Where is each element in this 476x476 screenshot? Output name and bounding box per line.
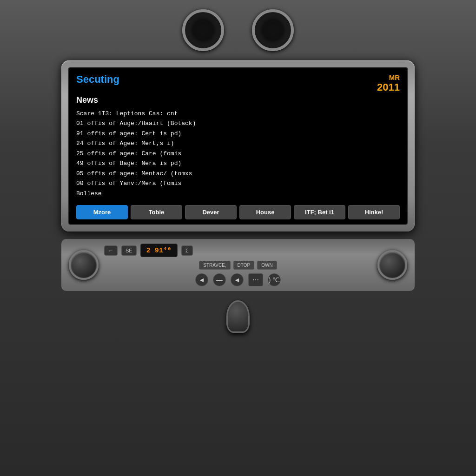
gear-area xyxy=(226,300,250,333)
content-line-8: Bollese xyxy=(76,189,400,198)
left-knob[interactable] xyxy=(69,250,99,280)
ctrl-nav-minus[interactable]: — xyxy=(213,273,226,286)
ctrl-display: 2 91⁴⁰ xyxy=(140,244,178,257)
vents-top xyxy=(182,9,294,51)
content-line-1: 01 offis of Auge:/Haairt (Botack) xyxy=(76,119,400,128)
controls-row: ← SE 2 91⁴⁰ Σ STRAVCE, DTOP OWN ◄ — ◄ ⋯ … xyxy=(61,239,415,291)
content-line-0: Scare 1T3: Leptions Cas: cnt xyxy=(76,109,400,119)
gear-knob xyxy=(226,300,250,333)
screen-subtitle: News xyxy=(76,95,400,105)
ctrl-nav-dots[interactable]: ⋯ xyxy=(248,273,263,286)
content-line-2: 91 offis of agee: Cert is pd) xyxy=(76,129,400,139)
ctrl-btn-se[interactable]: SE xyxy=(121,245,137,256)
screen-btn-hinke[interactable]: Hinke! xyxy=(348,205,400,219)
content-line-7: 00 offis of Yanv:/Mera (fomis xyxy=(76,178,400,188)
screen-btn-dever[interactable]: Dever xyxy=(185,205,237,219)
ctrl-nav-play[interactable]: ◄ xyxy=(231,273,244,286)
ctrl-label-dtop[interactable]: DTOP xyxy=(233,261,255,270)
screen-buttons: Mzore Toble Dever House ITF; Bet i1 Hink… xyxy=(76,205,400,219)
screen-title: Secuting xyxy=(76,73,119,86)
vent-left xyxy=(182,9,224,51)
screen-btn-toble[interactable]: Toble xyxy=(131,205,182,219)
ctrl-label-stravce[interactable]: STRAVCE, xyxy=(199,261,230,270)
main-unit: Secuting MR 2011 News Scare 1T3: Leption… xyxy=(61,60,415,231)
ctrl-nav-left[interactable]: ◄ xyxy=(195,273,208,286)
screen-badge-mr: MR xyxy=(377,73,400,81)
screen-badge: MR 2011 xyxy=(377,73,400,93)
dashboard: Secuting MR 2011 News Scare 1T3: Leption… xyxy=(0,0,476,476)
ctrl-nav-row: ◄ — ◄ ⋯ ) ℃ xyxy=(104,273,372,286)
screen-badge-year: 2011 xyxy=(377,81,400,93)
right-knob[interactable] xyxy=(377,250,407,280)
controls-center: ← SE 2 91⁴⁰ Σ STRAVCE, DTOP OWN ◄ — ◄ ⋯ … xyxy=(104,244,372,286)
screen-btn-house[interactable]: House xyxy=(239,205,291,219)
ctrl-label-own[interactable]: OWN xyxy=(257,261,277,270)
controls-top-row: ← SE 2 91⁴⁰ Σ xyxy=(104,244,372,257)
screen-btn-itf[interactable]: ITF; Bet i1 xyxy=(294,205,345,219)
screen-content: Scare 1T3: Leptions Cas: cnt 01 offis of… xyxy=(76,109,400,198)
content-line-6: 05 offis of agee: Mentac/ (tomxs xyxy=(76,169,400,178)
screen-btn-mzore[interactable]: Mzore xyxy=(76,205,128,219)
controls-labels-row: STRAVCE, DTOP OWN xyxy=(104,261,372,270)
content-line-3: 24 offis of Agee: Mert,s i) xyxy=(76,139,400,148)
content-line-5: 49 offis of Bage: Nera is pd) xyxy=(76,159,400,168)
screen: Secuting MR 2011 News Scare 1T3: Leption… xyxy=(68,67,408,225)
vent-right xyxy=(252,9,294,51)
ctrl-btn-back[interactable]: ← xyxy=(104,245,118,256)
screen-header: Secuting MR 2011 xyxy=(76,73,400,93)
content-line-4: 25 offis of agee: Care (fomis xyxy=(76,149,400,159)
ctrl-btn-sigma[interactable]: Σ xyxy=(181,245,193,256)
ctrl-nav-sound[interactable]: ) ℃ xyxy=(268,273,281,286)
